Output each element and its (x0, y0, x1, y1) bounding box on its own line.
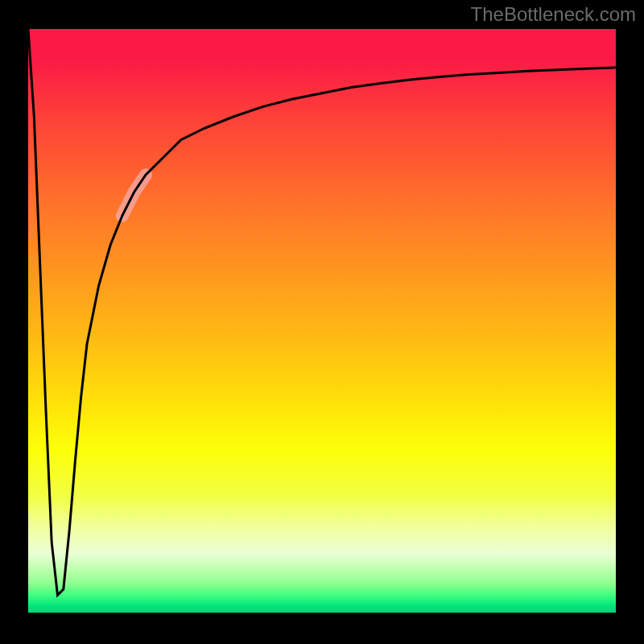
curve-svg (28, 29, 616, 613)
chart-container: TheBottleneck.com (0, 0, 644, 644)
bottleneck-curve (28, 29, 616, 595)
plot-area (28, 29, 616, 613)
attribution-label: TheBottleneck.com (471, 3, 636, 26)
